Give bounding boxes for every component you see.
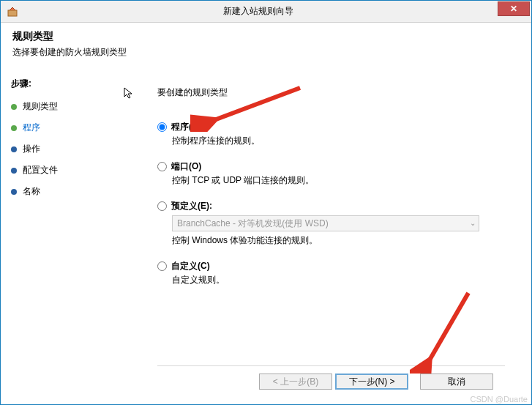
radio-label: 自定义(C): [171, 260, 210, 272]
radio-option: 程序(P) 控制程序连接的规则。: [157, 121, 505, 147]
step-label: 名称: [23, 185, 40, 198]
radio-description: 自定义规则。: [172, 274, 505, 286]
radio-description: 控制 TCP 或 UDP 端口连接的规则。: [172, 174, 505, 187]
radio-label: 程序(P): [171, 121, 201, 133]
step-label: 规则类型: [23, 100, 58, 113]
footer: < 上一步(B) 下一步(N) > 取消: [157, 365, 505, 397]
radio-option: 端口(O) 控制 TCP 或 UDP 端口连接的规则。: [157, 160, 505, 187]
close-icon: ✕: [510, 4, 517, 14]
step-item[interactable]: 操作: [11, 140, 121, 158]
body: 步骤: 规则类型程序操作配置文件名称 要创建的规则类型 程序(P) 控制程序连接…: [1, 72, 531, 404]
step-bullet-icon: [11, 125, 17, 131]
main-title: 要创建的规则类型: [157, 86, 505, 99]
steps-label: 步骤:: [11, 78, 121, 90]
step-item[interactable]: 程序: [11, 119, 121, 137]
step-label: 配置文件: [23, 164, 58, 177]
step-bullet-icon: [11, 104, 17, 110]
wizard-window: 新建入站规则向导 ✕ 规则类型 选择要创建的防火墙规则类型 步骤: 规则类型程序…: [0, 0, 532, 405]
next-button[interactable]: 下一步(N) >: [335, 374, 408, 390]
radio-option: 预定义(E): BranchCache - 对等机发现(使用 WSD)⌄ 控制 …: [157, 200, 505, 247]
steps-sidebar: 步骤: 规则类型程序操作配置文件名称: [1, 72, 131, 404]
watermark: CSDN @Duarte: [471, 395, 528, 404]
header: 规则类型 选择要创建的防火墙规则类型: [1, 23, 531, 72]
radio-input[interactable]: [157, 162, 167, 171]
step-item[interactable]: 规则类型: [11, 97, 121, 116]
rule-type-group: 程序(P) 控制程序连接的规则。 端口(O) 控制 TCP 或 UDP 端口连接…: [157, 121, 505, 300]
close-button[interactable]: ✕: [498, 1, 530, 16]
page-title: 规则类型: [12, 30, 520, 43]
radio-description: 控制 Windows 体验功能连接的规则。: [172, 234, 505, 247]
step-label: 程序: [23, 122, 40, 134]
app-icon: [7, 6, 18, 18]
step-bullet-icon: [11, 146, 17, 152]
svg-rect-0: [8, 10, 17, 16]
page-subtitle: 选择要创建的防火墙规则类型: [12, 46, 520, 59]
radio-input[interactable]: [157, 261, 167, 271]
step-item[interactable]: 配置文件: [11, 161, 121, 179]
step-label: 操作: [23, 143, 40, 155]
predefined-combo[interactable]: BranchCache - 对等机发现(使用 WSD)⌄: [172, 215, 479, 231]
step-bullet-icon: [11, 189, 17, 195]
radio-label: 端口(O): [171, 160, 201, 173]
step-item[interactable]: 名称: [11, 182, 121, 201]
main-panel: 要创建的规则类型 程序(P) 控制程序连接的规则。 端口(O) 控制 TCP 或…: [131, 72, 531, 404]
radio-input[interactable]: [157, 122, 167, 132]
radio-label: 预定义(E):: [171, 200, 212, 212]
back-button[interactable]: < 上一步(B): [259, 374, 332, 390]
window-title: 新建入站规则向导: [18, 5, 498, 18]
radio-input[interactable]: [157, 201, 167, 211]
radio-option: 自定义(C) 自定义规则。: [157, 260, 505, 286]
step-bullet-icon: [11, 168, 17, 174]
chevron-down-icon: ⌄: [470, 219, 476, 227]
radio-description: 控制程序连接的规则。: [172, 135, 505, 147]
cancel-button[interactable]: 取消: [420, 374, 493, 390]
titlebar[interactable]: 新建入站规则向导 ✕: [1, 1, 531, 23]
